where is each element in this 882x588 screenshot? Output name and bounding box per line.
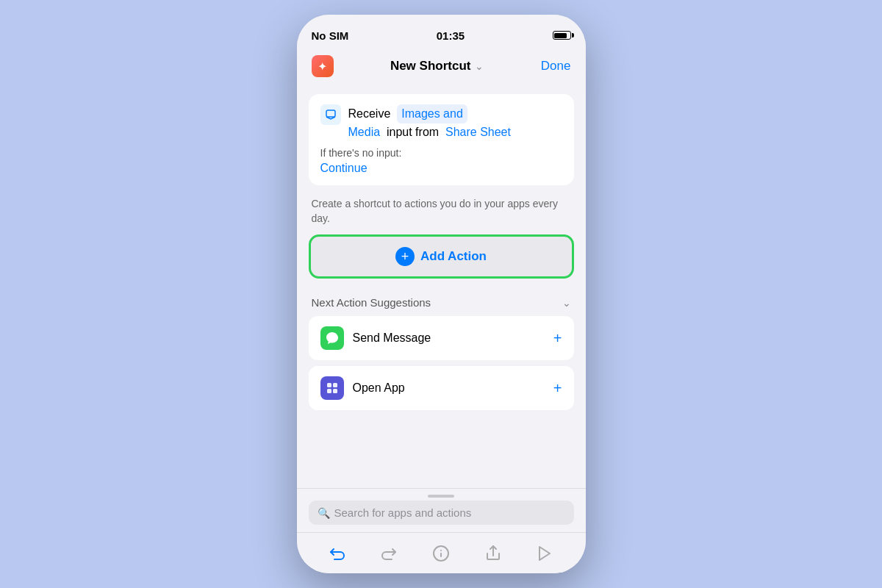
helper-text: Create a shortcut to actions you do in y… [309, 197, 574, 226]
receive-text: Receive Images and Media input from Shar… [348, 104, 562, 141]
add-open-app-button[interactable]: + [553, 380, 562, 397]
suggestions-header: Next Action Suggestions ⌄ [309, 296, 574, 309]
svg-rect-3 [327, 389, 331, 393]
suggestions-title: Next Action Suggestions [312, 296, 431, 309]
chevron-down-icon[interactable]: ⌄ [562, 297, 571, 309]
input-from-text: input from [387, 126, 439, 138]
drag-handle[interactable] [297, 489, 586, 501]
shortcuts-app-icon: ✦ [312, 55, 334, 77]
nav-title: New Shortcut [390, 59, 471, 74]
phone-frame: No SIM 01:35 ✦ New Shortcut ⌄ Done [297, 15, 586, 573]
search-icon: 🔍 [318, 507, 330, 519]
receive-card: Receive Images and Media input from Shar… [309, 94, 574, 185]
share-sheet-text[interactable]: Share Sheet [445, 126, 511, 138]
svg-rect-2 [333, 383, 337, 387]
redo-button[interactable] [377, 542, 401, 565]
suggestion-send-message[interactable]: Send Message + [309, 316, 574, 360]
add-send-message-button[interactable]: + [553, 330, 562, 347]
done-button[interactable]: Done [541, 59, 571, 74]
share-button[interactable] [481, 542, 505, 565]
time-label: 01:35 [437, 29, 465, 42]
suggestion-open-app[interactable]: Open App + [309, 366, 574, 410]
battery-icon [553, 31, 571, 40]
input-type-pill[interactable]: Images and [397, 104, 467, 123]
add-action-label: Add Action [420, 249, 487, 264]
undo-button[interactable] [326, 542, 349, 565]
media-text[interactable]: Media [348, 126, 381, 138]
search-bar[interactable]: 🔍 Search for apps and actions [309, 501, 574, 525]
add-action-button[interactable]: + Add Action [309, 234, 574, 279]
battery-fill [554, 33, 567, 38]
svg-rect-4 [333, 389, 337, 393]
svg-rect-1 [327, 383, 331, 387]
search-input[interactable]: Search for apps and actions [334, 506, 472, 519]
status-right [553, 31, 571, 40]
drag-bar [428, 495, 454, 498]
receive-row: Receive Images and Media input from Shar… [320, 104, 562, 141]
add-icon: + [395, 247, 415, 266]
chevron-down-icon: ⌄ [475, 60, 484, 72]
continue-button[interactable]: Continue [320, 162, 368, 175]
nav-title-area[interactable]: New Shortcut ⌄ [390, 59, 484, 74]
no-input-text: If there's no input: [320, 147, 562, 159]
receive-icon [320, 104, 341, 125]
content-area: Receive Images and Media input from Shar… [297, 85, 586, 488]
send-message-label: Send Message [353, 331, 545, 345]
status-bar: No SIM 01:35 [297, 15, 586, 47]
messages-icon [320, 326, 344, 350]
nav-bar: ✦ New Shortcut ⌄ Done [297, 47, 586, 85]
svg-rect-0 [326, 110, 335, 117]
svg-marker-9 [539, 547, 550, 560]
open-app-label: Open App [353, 381, 545, 395]
info-button[interactable] [429, 542, 453, 565]
carrier-label: No SIM [312, 29, 349, 42]
receive-label: Receive [348, 107, 391, 120]
toolbar [297, 532, 586, 573]
play-button[interactable] [533, 542, 556, 565]
bottom-sheet: 🔍 Search for apps and actions [297, 488, 586, 532]
open-app-icon [320, 376, 344, 400]
suggestions-section: Next Action Suggestions ⌄ Send Message + [309, 296, 574, 416]
